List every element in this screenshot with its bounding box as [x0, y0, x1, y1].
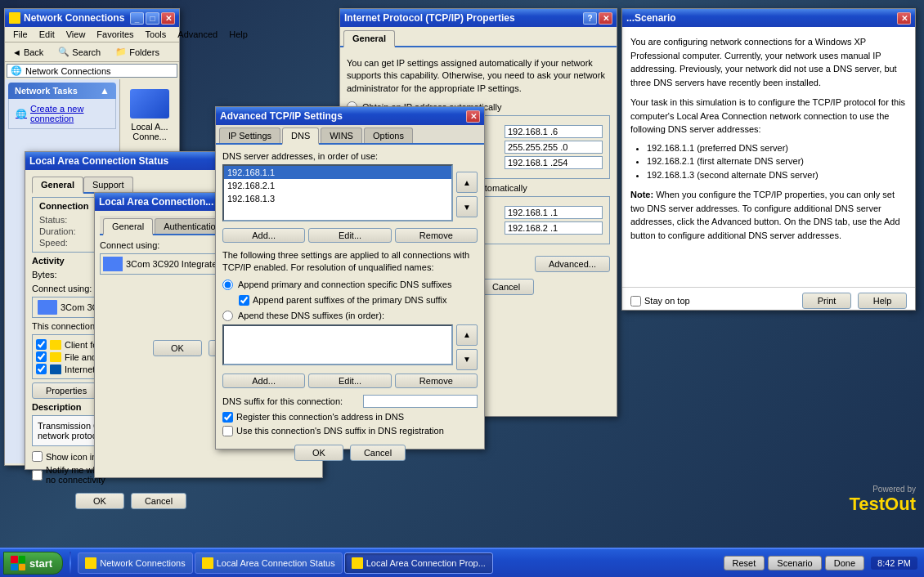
- scenario-window: ...Scenario ✕ You are configuring networ…: [621, 8, 916, 311]
- conn-checkbox-0[interactable]: [36, 339, 47, 350]
- adv-tab-ip[interactable]: IP Settings: [219, 127, 280, 143]
- reset-button[interactable]: Reset: [724, 556, 765, 570]
- maximize-button[interactable]: □: [146, 12, 159, 25]
- subnet-input[interactable]: [505, 141, 603, 154]
- la-conn-ok[interactable]: OK: [153, 340, 202, 356]
- adv-tab-options[interactable]: Options: [364, 127, 413, 143]
- menu-favorites[interactable]: Favorites: [92, 28, 138, 41]
- network-tasks-content: 🌐 Create a new connection: [8, 99, 116, 129]
- help-button[interactable]: Help: [858, 293, 907, 309]
- taskbar-item-1[interactable]: Local Area Connection Status: [195, 552, 343, 574]
- scenario-dns-list: 192.168.1.1 (preferred DNS server) 192.1…: [630, 141, 907, 182]
- advanced-close[interactable]: ✕: [466, 110, 480, 123]
- address-text: Network Connections: [25, 66, 111, 76]
- tcpip-tab-general[interactable]: General: [343, 30, 395, 47]
- tab-general[interactable]: General: [32, 177, 83, 194]
- dns-remove-button[interactable]: Remove: [395, 228, 478, 243]
- dns-listbox[interactable]: 192.168.1.1 192.168.2.1 192.168.1.3: [222, 164, 453, 221]
- dns-item-2[interactable]: 192.168.1.3: [224, 192, 451, 205]
- scenario-stay-on-top[interactable]: Stay on top: [630, 296, 690, 306]
- dns-arrow-buttons: ▲ ▼: [456, 164, 478, 225]
- advanced-titlebar: Advanced TCP/IP Settings ✕: [216, 107, 484, 125]
- folders-button[interactable]: 📁 Folders: [110, 44, 165, 60]
- tcpip-close-button[interactable]: ✕: [599, 12, 612, 25]
- back-button[interactable]: ◄ Back: [7, 45, 49, 60]
- desktop: ...Scenario ✕ You are configuring networ…: [0, 0, 924, 548]
- speed-label: Speed:: [39, 238, 68, 248]
- use-suffix-row: Use this connection's DNS suffix in DNS …: [222, 424, 478, 438]
- tcpip-cancel-button[interactable]: Cancel: [478, 279, 534, 295]
- dns-down-button[interactable]: ▼: [456, 196, 478, 217]
- dns-up-button[interactable]: ▲: [456, 172, 478, 193]
- advanced-ok-button[interactable]: OK: [294, 445, 343, 461]
- network-adapter-icon: [130, 89, 169, 119]
- menu-tools[interactable]: Tools: [141, 28, 172, 41]
- suffix-add-button[interactable]: Add...: [222, 373, 305, 388]
- dns-add-button[interactable]: Add...: [222, 228, 305, 243]
- menu-view[interactable]: View: [61, 28, 91, 41]
- la-status-buttons: OK Cancel: [32, 486, 230, 512]
- tab-support[interactable]: Support: [83, 177, 133, 192]
- conn-checkbox-2[interactable]: [36, 364, 47, 374]
- show-icon-checkbox[interactable]: [32, 451, 43, 462]
- menu-edit[interactable]: Edit: [34, 28, 60, 41]
- close-button[interactable]: ✕: [161, 12, 175, 25]
- advanced-cancel-button[interactable]: Cancel: [350, 445, 406, 461]
- ok-button[interactable]: OK: [75, 493, 124, 509]
- dns-list-label: DNS server addresses, in order of use:: [222, 151, 478, 161]
- search-button[interactable]: 🔍 Search: [52, 44, 106, 60]
- dns-item-0[interactable]: 192.168.1.1: [224, 166, 451, 179]
- scenario-dns-item-3: 192.168.1.3 (second alternate DNS server…: [647, 168, 907, 182]
- taskbar-right: Reset Scenario Done 8:42 PM: [717, 556, 924, 570]
- taskbar-item-0[interactable]: Network Connections: [78, 552, 193, 574]
- la-conn-tab-general[interactable]: General: [103, 218, 153, 235]
- print-button[interactable]: Print: [802, 293, 851, 309]
- dns-item-1[interactable]: 192.168.2.1: [224, 179, 451, 192]
- taskbar-item-2[interactable]: Local Area Connection Prop...: [344, 552, 493, 574]
- menu-help[interactable]: Help: [224, 28, 253, 41]
- suffix-edit-button[interactable]: Edit...: [308, 373, 391, 388]
- cancel-button[interactable]: Cancel: [131, 493, 186, 509]
- suffix-down-button[interactable]: ▼: [456, 349, 478, 370]
- dns-edit-button[interactable]: Edit...: [308, 228, 391, 243]
- suffix-up-button[interactable]: ▲: [456, 324, 478, 346]
- gateway-input[interactable]: [505, 156, 603, 169]
- menu-advanced[interactable]: Advanced: [173, 28, 222, 41]
- done-button[interactable]: Done: [825, 556, 864, 570]
- stay-on-top-checkbox[interactable]: [630, 296, 641, 306]
- properties-button[interactable]: Properties: [32, 382, 101, 399]
- conn-icon-0: [50, 340, 61, 350]
- adv-tab-wins[interactable]: WINS: [321, 127, 362, 143]
- adv-tab-dns[interactable]: DNS: [282, 127, 319, 145]
- ip-input[interactable]: [505, 125, 603, 138]
- append-parent-label: Append parent suffixes of the primary DN…: [253, 295, 446, 305]
- preferred-dns-input[interactable]: [505, 206, 603, 219]
- minimize-button[interactable]: _: [130, 12, 144, 25]
- taskbar-action-buttons: Reset Scenario Done: [724, 556, 864, 570]
- append-parent-checkbox[interactable]: [239, 295, 249, 306]
- suffix-listbox[interactable]: [222, 324, 453, 365]
- radio-append-primary-input[interactable]: [222, 280, 233, 290]
- register-dns-checkbox[interactable]: [222, 412, 233, 423]
- net-menubar: File Edit View Favorites Tools Advanced …: [5, 27, 179, 42]
- scenario-close-button[interactable]: ✕: [897, 12, 911, 25]
- suffix-action-buttons: Add... Edit... Remove: [222, 373, 478, 388]
- menu-file[interactable]: File: [8, 28, 33, 41]
- la-conn-adapter-icon: [103, 257, 123, 271]
- suffix-remove-button[interactable]: Remove: [395, 373, 478, 388]
- advanced-title: Advanced TCP/IP Settings: [220, 110, 466, 122]
- start-button[interactable]: start: [3, 552, 63, 575]
- dns-suffix-input[interactable]: [363, 395, 478, 408]
- scenario-button[interactable]: Scenario: [768, 556, 821, 570]
- radio-append-these-input[interactable]: [222, 311, 233, 321]
- alternate-dns-input[interactable]: [505, 221, 603, 235]
- create-icon: 🌐: [16, 109, 27, 119]
- section-toggle[interactable]: ▲: [100, 85, 110, 96]
- conn-checkbox-1[interactable]: [36, 351, 47, 362]
- tcpip-help-button[interactable]: ?: [583, 12, 597, 25]
- use-suffix-checkbox[interactable]: [222, 426, 233, 436]
- notify-checkbox[interactable]: [32, 470, 43, 481]
- create-new-connection-link[interactable]: 🌐 Create a new connection: [16, 102, 109, 125]
- radio-append-these: Apend these DNS suffixes (in order):: [222, 311, 478, 321]
- advanced-button[interactable]: Advanced...: [535, 256, 610, 272]
